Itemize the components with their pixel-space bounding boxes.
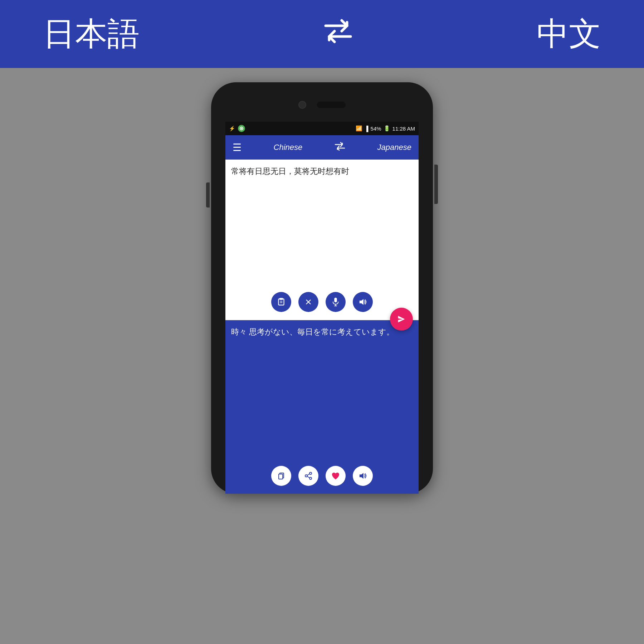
notification-icon (238, 125, 245, 132)
speaker-button-input[interactable] (353, 292, 373, 312)
svg-line-18 (307, 474, 309, 475)
nav-lang-left[interactable]: Chinese (274, 143, 303, 152)
share-output-button[interactable] (298, 466, 318, 486)
input-text[interactable]: 常将有日思无日，莫将无时想有时 (231, 165, 413, 288)
clear-button[interactable] (298, 292, 318, 312)
volume-button[interactable] (206, 182, 210, 208)
earpiece-speaker (317, 102, 346, 108)
status-left-icons: ⚡ (229, 125, 245, 132)
status-bar: ⚡ 📶 ▐ 54% 🔋 11:28 AM (225, 122, 419, 135)
power-button[interactable] (434, 165, 438, 204)
microphone-button[interactable] (326, 292, 346, 312)
svg-rect-14 (279, 474, 283, 479)
top-header: 日本語 中文 (0, 0, 644, 68)
status-right-icons: 📶 ▐ 54% 🔋 11:28 AM (356, 125, 415, 132)
svg-line-19 (307, 477, 309, 478)
app-navbar: ☰ Chinese Japanese (225, 135, 419, 160)
svg-marker-20 (360, 473, 364, 479)
time-display: 11:28 AM (392, 126, 415, 132)
signal-icon: ▐ (365, 126, 369, 132)
svg-marker-11 (360, 299, 364, 305)
phone-shell: ⚡ 📶 ▐ 54% 🔋 11:28 AM ☰ C (211, 82, 433, 494)
svg-point-1 (241, 128, 242, 129)
svg-point-17 (309, 477, 312, 479)
speaker-output-button[interactable] (353, 466, 373, 486)
app-content: ☰ Chinese Japanese 常将有日思无日，莫将无时想有时 (225, 135, 419, 494)
svg-rect-8 (334, 298, 337, 302)
clipboard-button[interactable] (271, 292, 291, 312)
output-buttons (231, 466, 413, 488)
translate-send-button[interactable] (390, 308, 413, 331)
header-swap-icon[interactable] (322, 18, 354, 50)
header-lang-left: 日本語 (43, 12, 140, 56)
favorite-output-button[interactable] (326, 466, 346, 486)
svg-point-15 (309, 472, 312, 474)
wifi-icon: 📶 (356, 125, 362, 132)
input-buttons (231, 292, 413, 314)
phone-top-bar (211, 82, 433, 122)
output-text: 時々 思考がない、毎日を常に考えています。 (231, 326, 413, 462)
svg-marker-12 (398, 316, 405, 322)
battery-text: 54% (371, 126, 381, 132)
phone-wrapper: ⚡ 📶 ▐ 54% 🔋 11:28 AM ☰ C (211, 82, 433, 494)
usb-icon: ⚡ (229, 126, 235, 131)
copy-output-button[interactable] (271, 466, 291, 486)
nav-lang-right[interactable]: Japanese (377, 143, 411, 152)
nav-swap-button[interactable] (335, 142, 345, 153)
output-area: 時々 思考がない、毎日を常に考えています。 (225, 320, 419, 494)
battery-icon: 🔋 (384, 125, 390, 132)
svg-point-16 (305, 475, 307, 477)
header-lang-right: 中文 (537, 12, 601, 56)
front-camera (298, 101, 306, 109)
input-area[interactable]: 常将有日思无日，莫将无时想有时 (225, 160, 419, 320)
hamburger-menu-button[interactable]: ☰ (233, 142, 241, 153)
